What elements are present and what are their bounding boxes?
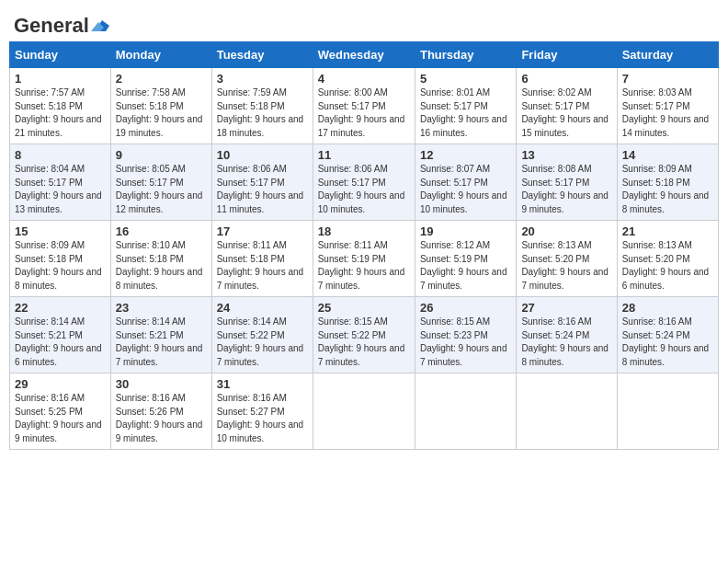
day-info: Sunrise: 8:13 AMSunset: 5:20 PMDaylight:… <box>521 239 611 293</box>
calendar-cell: 29Sunrise: 8:16 AMSunset: 5:25 PMDayligh… <box>10 373 111 450</box>
week-row-1: 1Sunrise: 7:57 AMSunset: 5:18 PMDaylight… <box>10 68 719 144</box>
day-number: 2 <box>116 72 207 86</box>
day-number: 17 <box>217 224 308 238</box>
day-info: Sunrise: 8:04 AMSunset: 5:17 PMDaylight:… <box>15 163 106 216</box>
day-number: 3 <box>217 72 308 86</box>
day-number: 24 <box>217 301 308 315</box>
day-info: Sunrise: 8:01 AMSunset: 5:17 PMDaylight:… <box>420 86 511 140</box>
week-row-3: 15Sunrise: 8:09 AMSunset: 5:18 PMDayligh… <box>10 221 719 297</box>
calendar-cell: 1Sunrise: 7:57 AMSunset: 5:18 PMDaylight… <box>10 68 111 144</box>
day-info: Sunrise: 8:05 AMSunset: 5:17 PMDaylight:… <box>116 163 207 216</box>
day-info: Sunrise: 8:10 AMSunset: 5:18 PMDaylight:… <box>116 239 207 293</box>
day-info: Sunrise: 8:08 AMSunset: 5:17 PMDaylight:… <box>521 163 611 216</box>
header: General <box>9 9 719 34</box>
calendar-cell: 19Sunrise: 8:12 AMSunset: 5:19 PMDayligh… <box>415 221 516 297</box>
day-info: Sunrise: 8:09 AMSunset: 5:18 PMDaylight:… <box>15 239 106 293</box>
calendar-cell: 14Sunrise: 8:09 AMSunset: 5:18 PMDayligh… <box>617 144 718 221</box>
calendar-cell: 11Sunrise: 8:06 AMSunset: 5:17 PMDayligh… <box>313 144 415 221</box>
day-number: 20 <box>521 224 611 238</box>
day-info: Sunrise: 8:00 AMSunset: 5:17 PMDaylight:… <box>318 86 410 140</box>
day-info: Sunrise: 8:13 AMSunset: 5:20 PMDaylight:… <box>622 239 713 293</box>
day-number: 25 <box>318 301 410 315</box>
calendar-cell: 10Sunrise: 8:06 AMSunset: 5:17 PMDayligh… <box>211 144 313 221</box>
calendar-cell: 16Sunrise: 8:10 AMSunset: 5:18 PMDayligh… <box>110 221 211 297</box>
day-number: 12 <box>420 148 511 162</box>
day-info: Sunrise: 8:06 AMSunset: 5:17 PMDaylight:… <box>318 163 410 216</box>
day-number: 14 <box>622 148 713 162</box>
weekday-header-tuesday: Tuesday <box>211 42 313 68</box>
logo: General <box>14 14 111 34</box>
calendar-cell: 23Sunrise: 8:14 AMSunset: 5:21 PMDayligh… <box>110 297 211 373</box>
day-info: Sunrise: 8:16 AMSunset: 5:24 PMDaylight:… <box>521 316 611 369</box>
calendar-cell: 5Sunrise: 8:01 AMSunset: 5:17 PMDaylight… <box>415 68 516 144</box>
day-info: Sunrise: 7:59 AMSunset: 5:18 PMDaylight:… <box>217 86 308 140</box>
day-info: Sunrise: 8:14 AMSunset: 5:21 PMDaylight:… <box>116 316 207 369</box>
logo-icon <box>91 18 111 33</box>
calendar-cell: 24Sunrise: 8:14 AMSunset: 5:22 PMDayligh… <box>211 297 313 373</box>
day-number: 10 <box>217 148 308 162</box>
day-info: Sunrise: 8:14 AMSunset: 5:22 PMDaylight:… <box>217 316 308 369</box>
weekday-header-friday: Friday <box>517 42 617 68</box>
day-info: Sunrise: 8:12 AMSunset: 5:19 PMDaylight:… <box>420 239 511 293</box>
day-number: 26 <box>420 301 511 315</box>
day-number: 31 <box>217 377 308 391</box>
weekday-header-thursday: Thursday <box>415 42 516 68</box>
day-info: Sunrise: 8:16 AMSunset: 5:27 PMDaylight:… <box>217 392 308 445</box>
calendar-cell <box>313 373 415 450</box>
calendar-cell: 3Sunrise: 7:59 AMSunset: 5:18 PMDaylight… <box>211 68 313 144</box>
calendar-cell: 7Sunrise: 8:03 AMSunset: 5:17 PMDaylight… <box>617 68 718 144</box>
day-number: 18 <box>318 224 410 238</box>
calendar-cell: 2Sunrise: 7:58 AMSunset: 5:18 PMDaylight… <box>110 68 211 144</box>
day-info: Sunrise: 8:11 AMSunset: 5:19 PMDaylight:… <box>318 239 410 293</box>
day-info: Sunrise: 8:14 AMSunset: 5:21 PMDaylight:… <box>15 316 106 369</box>
day-number: 29 <box>15 377 106 391</box>
day-info: Sunrise: 8:06 AMSunset: 5:17 PMDaylight:… <box>217 163 308 216</box>
calendar-cell: 31Sunrise: 8:16 AMSunset: 5:27 PMDayligh… <box>211 373 313 450</box>
calendar-cell <box>517 373 617 450</box>
day-number: 22 <box>15 301 106 315</box>
calendar-cell <box>415 373 516 450</box>
week-row-4: 22Sunrise: 8:14 AMSunset: 5:21 PMDayligh… <box>10 297 719 373</box>
day-number: 11 <box>318 148 410 162</box>
weekday-header-wednesday: Wednesday <box>313 42 415 68</box>
calendar-cell: 13Sunrise: 8:08 AMSunset: 5:17 PMDayligh… <box>517 144 617 221</box>
day-number: 7 <box>622 72 713 86</box>
day-number: 27 <box>521 301 611 315</box>
day-number: 8 <box>15 148 106 162</box>
day-info: Sunrise: 8:03 AMSunset: 5:17 PMDaylight:… <box>622 86 713 140</box>
calendar-cell: 17Sunrise: 8:11 AMSunset: 5:18 PMDayligh… <box>211 221 313 297</box>
day-number: 9 <box>116 148 207 162</box>
day-number: 1 <box>15 72 106 86</box>
calendar-cell: 28Sunrise: 8:16 AMSunset: 5:24 PMDayligh… <box>617 297 718 373</box>
calendar-cell: 20Sunrise: 8:13 AMSunset: 5:20 PMDayligh… <box>517 221 617 297</box>
day-number: 16 <box>116 224 207 238</box>
day-number: 13 <box>521 148 611 162</box>
calendar-cell: 6Sunrise: 8:02 AMSunset: 5:17 PMDaylight… <box>517 68 617 144</box>
day-info: Sunrise: 8:16 AMSunset: 5:25 PMDaylight:… <box>15 392 106 445</box>
calendar-cell <box>617 373 718 450</box>
day-number: 23 <box>116 301 207 315</box>
calendar-cell: 30Sunrise: 8:16 AMSunset: 5:26 PMDayligh… <box>110 373 211 450</box>
day-number: 19 <box>420 224 511 238</box>
day-number: 28 <box>622 301 713 315</box>
weekday-header-sunday: Sunday <box>10 42 111 68</box>
week-row-2: 8Sunrise: 8:04 AMSunset: 5:17 PMDaylight… <box>10 144 719 221</box>
calendar: SundayMondayTuesdayWednesdayThursdayFrid… <box>9 41 719 450</box>
day-info: Sunrise: 8:16 AMSunset: 5:24 PMDaylight:… <box>622 316 713 369</box>
calendar-cell: 27Sunrise: 8:16 AMSunset: 5:24 PMDayligh… <box>517 297 617 373</box>
calendar-cell: 9Sunrise: 8:05 AMSunset: 5:17 PMDaylight… <box>110 144 211 221</box>
day-number: 5 <box>420 72 511 86</box>
day-info: Sunrise: 8:16 AMSunset: 5:26 PMDaylight:… <box>116 392 207 445</box>
weekday-header-monday: Monday <box>110 42 211 68</box>
calendar-cell: 22Sunrise: 8:14 AMSunset: 5:21 PMDayligh… <box>10 297 111 373</box>
calendar-cell: 15Sunrise: 8:09 AMSunset: 5:18 PMDayligh… <box>10 221 111 297</box>
day-number: 21 <box>622 224 713 238</box>
day-number: 15 <box>15 224 106 238</box>
day-number: 30 <box>116 377 207 391</box>
day-info: Sunrise: 7:57 AMSunset: 5:18 PMDaylight:… <box>15 86 106 140</box>
weekday-header-row: SundayMondayTuesdayWednesdayThursdayFrid… <box>10 42 719 68</box>
calendar-cell: 8Sunrise: 8:04 AMSunset: 5:17 PMDaylight… <box>10 144 111 221</box>
day-info: Sunrise: 8:02 AMSunset: 5:17 PMDaylight:… <box>521 86 611 140</box>
calendar-cell: 26Sunrise: 8:15 AMSunset: 5:23 PMDayligh… <box>415 297 516 373</box>
calendar-cell: 25Sunrise: 8:15 AMSunset: 5:22 PMDayligh… <box>313 297 415 373</box>
